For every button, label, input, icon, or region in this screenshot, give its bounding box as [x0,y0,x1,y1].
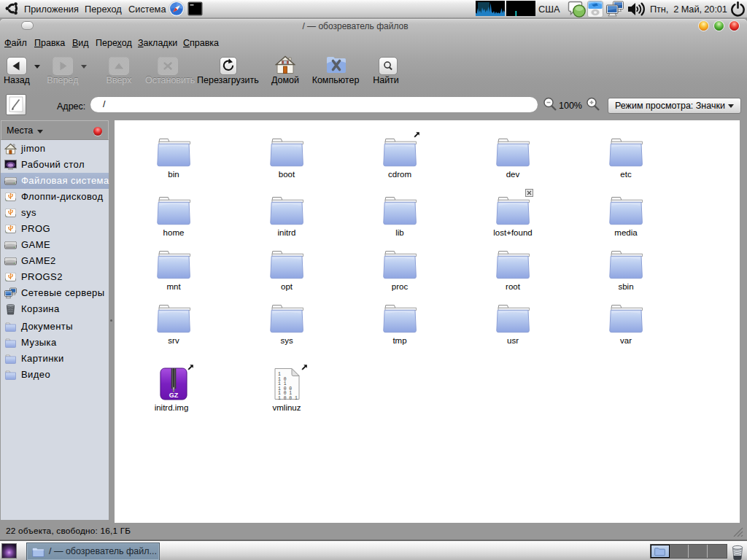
svg-text:GZ: GZ [169,392,179,399]
svg-text:1 0 0 1: 1 0 0 1 [278,396,298,401]
